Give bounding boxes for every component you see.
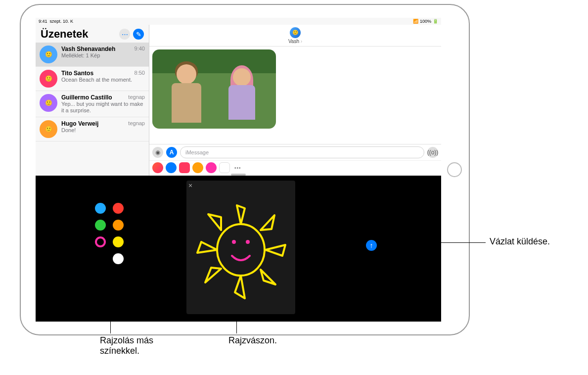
svg-point-0 xyxy=(217,224,265,276)
panel-handle[interactable] xyxy=(231,174,246,176)
color-swatch-orange[interactable] xyxy=(113,220,124,231)
conversation-preview: Yep... but you might want to make it a s… xyxy=(61,101,145,114)
conversation-item[interactable]: 🙂 Tito Santos8:50 Ocean Beach at the mom… xyxy=(36,67,149,91)
callout-colors: Rajzolás másszínekkel. xyxy=(100,335,153,356)
avatar: 🙂 xyxy=(40,70,57,88)
conversation-name: Guillermo Castillo xyxy=(61,94,112,101)
svg-point-1 xyxy=(233,241,235,243)
ipad-frame: 9:41 szept. 10. K 📶 100% 🔋 Üzenetek ⋯ ✎ xyxy=(20,4,470,335)
conversation-name: Vash Shenavandeh xyxy=(61,46,115,52)
callout-send: Vázlat küldése. xyxy=(490,236,550,247)
status-time: 9:41 xyxy=(39,19,47,24)
conversation-time: tegnap xyxy=(128,120,145,127)
color-swatch-yellow[interactable] xyxy=(113,236,124,247)
conversation-time: 9:40 xyxy=(135,46,145,52)
message-input[interactable]: iMessage xyxy=(180,146,424,158)
color-palette xyxy=(95,203,124,264)
sidebar: Üzenetek ⋯ ✎ 🙂 Vash Shenavandeh9:40 Mell… xyxy=(36,25,149,176)
close-icon[interactable]: × xyxy=(188,182,192,189)
color-swatch-blue[interactable] xyxy=(95,203,106,214)
drawer-app-icon[interactable] xyxy=(192,162,203,173)
conversation-time: 8:50 xyxy=(135,70,145,77)
screen: 9:41 szept. 10. K 📶 100% 🔋 Üzenetek ⋯ ✎ xyxy=(36,18,441,322)
contact-name: Vash xyxy=(288,39,302,44)
conversation-preview: Melléklet: 1 Kép xyxy=(61,52,145,59)
appstore-icon[interactable]: A xyxy=(166,147,177,158)
conversation-main: 🙂 Vash ◉ A iMessage ((o)) xyxy=(149,25,441,176)
drawer-app-icon[interactable] xyxy=(152,162,163,173)
conversation-time: tegnap xyxy=(128,94,145,101)
send-button[interactable]: ↑ xyxy=(366,240,377,251)
drawer-app-icon[interactable] xyxy=(179,162,190,173)
callout-canvas: Rajzvászon. xyxy=(228,335,277,346)
voice-icon[interactable]: ((o)) xyxy=(427,147,438,158)
conversation-header[interactable]: 🙂 Vash xyxy=(149,25,441,47)
drawer-app-icon[interactable] xyxy=(219,162,230,173)
more-icon[interactable]: ⋯ xyxy=(119,29,130,40)
status-date: szept. 10. K xyxy=(50,19,74,24)
battery-icon: 🔋 xyxy=(433,19,438,24)
drawing-content xyxy=(186,181,295,314)
digital-touch-panel: × xyxy=(36,176,441,322)
drawer-app-icon[interactable] xyxy=(206,162,217,173)
avatar: 🙂 xyxy=(40,94,57,112)
sidebar-title: Üzenetek xyxy=(41,28,89,41)
color-swatch-green[interactable] xyxy=(95,220,106,231)
conversation-item[interactable]: 🙂 Vash Shenavandeh9:40 Melléklet: 1 Kép xyxy=(36,43,149,67)
conversation-preview: Ocean Beach at the moment. xyxy=(61,77,145,83)
photo-message[interactable] xyxy=(152,49,276,129)
message-input-row: ◉ A iMessage ((o)) xyxy=(149,144,441,160)
drawer-app-icon[interactable] xyxy=(166,162,177,173)
camera-icon[interactable]: ◉ xyxy=(152,147,163,158)
drawer-more-icon[interactable]: ••• xyxy=(232,165,243,171)
conversation-item[interactable]: 🙂 Guillermo Castillotegnap Yep... but yo… xyxy=(36,91,149,117)
avatar: 🙂 xyxy=(40,120,57,138)
callout-line xyxy=(391,242,486,243)
app-drawer: ••• xyxy=(149,160,441,176)
svg-point-2 xyxy=(247,241,249,243)
contact-avatar: 🙂 xyxy=(290,27,301,38)
drawing-canvas[interactable]: × xyxy=(186,181,295,314)
home-button[interactable] xyxy=(447,162,462,177)
status-bar: 9:41 szept. 10. K 📶 100% 🔋 xyxy=(36,18,441,25)
conversation-name: Tito Santos xyxy=(61,70,93,77)
conversation-preview: Done! xyxy=(61,127,145,134)
compose-icon[interactable]: ✎ xyxy=(133,29,144,40)
wifi-icon: 📶 xyxy=(413,19,418,24)
conversation-name: Hugo Verweij xyxy=(61,120,98,127)
callout-line xyxy=(236,317,237,333)
color-swatch-pink[interactable] xyxy=(95,236,106,247)
conversation-item[interactable]: 🙂 Hugo Verweijtegnap Done! xyxy=(36,117,149,141)
battery-percent: 100% xyxy=(420,19,431,24)
callout-line xyxy=(110,296,111,333)
message-scroll[interactable] xyxy=(149,47,441,144)
color-swatch-white[interactable] xyxy=(113,253,124,264)
avatar: 🙂 xyxy=(40,46,57,63)
conversation-list: 🙂 Vash Shenavandeh9:40 Melléklet: 1 Kép … xyxy=(36,43,149,176)
color-swatch-red[interactable] xyxy=(113,203,124,214)
